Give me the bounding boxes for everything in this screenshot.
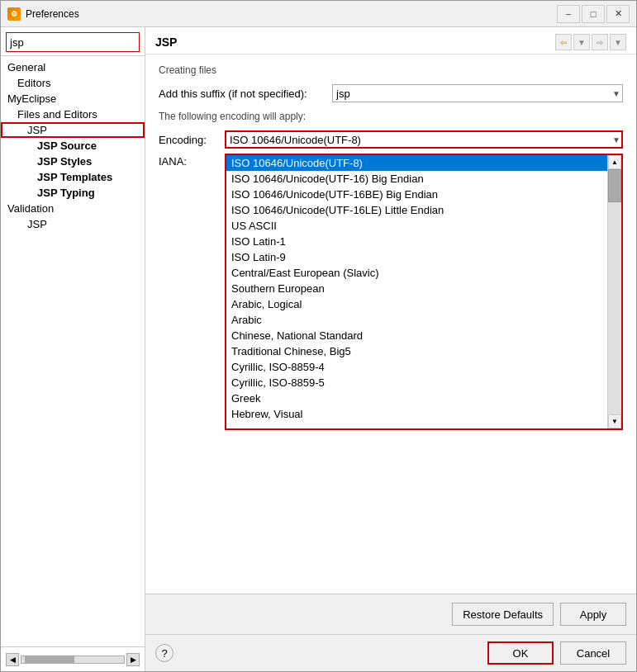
suffix-select-wrap: jsp jspx ▼ [332, 84, 623, 102]
list-item[interactable]: ISO Latin-1 [226, 234, 607, 249]
panel-header: JSP ⇦ ▼ ⇨ ▼ [145, 27, 636, 54]
list-item[interactable]: Cyrillic, ISO-8859-4 [226, 359, 607, 375]
list-item[interactable]: ISO 10646/Unicode(UTF-16LE) Little Endia… [226, 202, 607, 218]
sidebar: General Editors MyEclipse Files and Edit… [1, 27, 145, 671]
main-content: General Editors MyEclipse Files and Edit… [1, 27, 636, 671]
list-item[interactable]: Hebrew, Visual [226, 406, 607, 422]
list-item[interactable]: ISO 10646/Unicode(UTF-16) Big Endian [226, 171, 607, 187]
window-controls: − □ ✕ [557, 5, 630, 23]
iana-listbox-container: ISO 10646/Unicode(UTF-8) ISO 10646/Unico… [225, 154, 623, 430]
search-input[interactable] [6, 32, 140, 52]
scroll-thumb [25, 656, 74, 663]
suffix-label: Add this suffix (if not specified): [159, 88, 332, 100]
panel-body: Creating files Add this suffix (if not s… [145, 54, 636, 594]
sidebar-item-jsp[interactable]: JSP [1, 122, 145, 138]
suffix-row: Add this suffix (if not specified): jsp … [159, 84, 623, 102]
list-item[interactable]: Arabic [226, 312, 607, 328]
sidebar-item-jsp-templates[interactable]: JSP Templates [1, 169, 145, 185]
list-item[interactable]: ISO Latin-9 [226, 249, 607, 265]
scroll-right-button[interactable]: ▶ [126, 653, 140, 666]
sidebar-item-validation-jsp[interactable]: JSP [1, 216, 145, 232]
restore-defaults-button[interactable]: Restore Defaults [452, 603, 554, 626]
tree-area: General Editors MyEclipse Files and Edit… [1, 56, 145, 646]
sidebar-item-myeclipse[interactable]: MyEclipse [1, 91, 145, 106]
bottom-bar: Restore Defaults Apply [145, 594, 636, 634]
encoding-select[interactable]: ISO 10646/Unicode(UTF-8) ISO 10646/Unico… [225, 130, 623, 149]
list-item[interactable]: Chinese, National Standard [226, 328, 607, 343]
sidebar-item-jsp-typing[interactable]: JSP Typing [1, 185, 145, 201]
iana-listbox-items: ISO 10646/Unicode(UTF-8) ISO 10646/Unico… [226, 155, 607, 428]
search-box-wrap [1, 27, 145, 56]
sidebar-bottom: ◀ ▶ [1, 646, 145, 671]
cancel-button[interactable]: Cancel [560, 641, 626, 665]
nav-forward-button[interactable]: ⇨ [592, 34, 608, 50]
sidebar-item-editors[interactable]: Editors [1, 75, 145, 91]
listbox-scrollbar: ▲ ▼ [607, 155, 621, 428]
list-item[interactable]: Central/East European (Slavic) [226, 265, 607, 281]
scroll-bar-track [608, 169, 621, 414]
ok-button[interactable]: OK [487, 641, 554, 665]
list-item[interactable]: Arabic, Logical [226, 296, 607, 312]
nav-forward-dropdown[interactable]: ▼ [610, 34, 626, 50]
close-button[interactable]: ✕ [606, 5, 630, 23]
maximize-button[interactable]: □ [582, 5, 605, 23]
sidebar-item-general[interactable]: General [1, 59, 145, 75]
list-item[interactable]: Cyrillic, ISO-8859-5 [226, 375, 607, 390]
help-button[interactable]: ? [155, 644, 174, 662]
minimize-button[interactable]: − [557, 5, 580, 23]
list-item[interactable]: ISO 10646/Unicode(UTF-8) [226, 155, 607, 171]
panel-title: JSP [155, 35, 177, 49]
scroll-left-button[interactable]: ◀ [6, 653, 19, 666]
list-item[interactable]: ISO 10646/Unicode(UTF-16BE) Big Endian [226, 187, 607, 202]
app-icon: ⚙ [7, 7, 21, 21]
iana-row: IANA: ISO 10646/Unicode(UTF-8) ISO 10646… [159, 154, 623, 430]
encoding-row: Encoding: ISO 10646/Unicode(UTF-8) ISO 1… [159, 130, 623, 149]
preferences-window: ⚙ Preferences − □ ✕ General Editors M [0, 0, 637, 672]
sidebar-item-files-editors[interactable]: Files and Editors [1, 106, 145, 122]
footer-btns: OK Cancel [487, 641, 626, 665]
list-item[interactable]: Greek [226, 390, 607, 406]
scroll-bar-thumb [608, 169, 621, 202]
sidebar-item-jsp-styles[interactable]: JSP Styles [1, 154, 145, 169]
iana-label: IANA: [159, 154, 225, 168]
list-item[interactable]: Traditional Chinese, Big5 [226, 343, 607, 359]
apply-button[interactable]: Apply [560, 603, 626, 626]
right-panel: JSP ⇦ ▼ ⇨ ▼ Creating files Add this suff… [145, 27, 636, 671]
list-item[interactable]: US ASCII [226, 218, 607, 234]
encoding-applies-label: The following encoding will apply: [159, 111, 623, 122]
nav-arrows: ⇦ ▼ ⇨ ▼ [555, 34, 626, 50]
nav-back-dropdown[interactable]: ▼ [573, 34, 590, 50]
suffix-select[interactable]: jsp jspx [332, 84, 623, 102]
list-item[interactable]: Southern European [226, 281, 607, 296]
encoding-label: Encoding: [159, 134, 225, 146]
scroll-down-button[interactable]: ▼ [608, 414, 621, 428]
sidebar-item-validation[interactable]: Validation [1, 201, 145, 216]
window-title: Preferences [26, 8, 557, 20]
title-bar: ⚙ Preferences − □ ✕ [1, 1, 636, 27]
nav-back-button[interactable]: ⇦ [555, 34, 572, 50]
sidebar-item-jsp-source[interactable]: JSP Source [1, 138, 145, 154]
encoding-select-wrap: ISO 10646/Unicode(UTF-8) ISO 10646/Unico… [225, 130, 623, 149]
creating-files-label: Creating files [159, 64, 623, 76]
scroll-up-button[interactable]: ▲ [608, 155, 621, 169]
scroll-track [21, 655, 125, 664]
footer-bar: ? OK Cancel [145, 634, 636, 671]
